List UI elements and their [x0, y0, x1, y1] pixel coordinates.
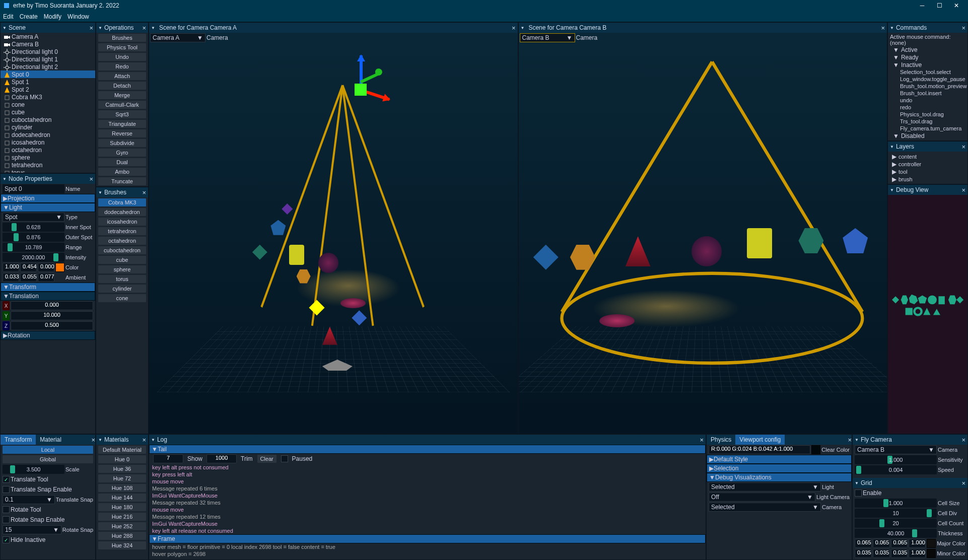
clear-color-field[interactable]: R:0.000 G:0.024 B:0.042 A:1.000	[709, 445, 810, 454]
op-button[interactable]: Ambo	[98, 167, 147, 176]
material-button[interactable]: Default Material	[98, 445, 147, 454]
op-button[interactable]: Catmull-Clark	[98, 100, 147, 109]
scene-item[interactable]: dodecahedron	[1, 131, 95, 138]
camera-b-dropdown[interactable]: Camera B▼	[520, 33, 575, 42]
material-button[interactable]: Hue 252	[98, 522, 147, 531]
scale-slider[interactable]: 3.500	[3, 465, 64, 474]
op-button[interactable]: Reverse	[98, 129, 147, 138]
color-r[interactable]: 1.000	[3, 263, 19, 272]
brush-button[interactable]: torus	[98, 274, 147, 284]
frame-section[interactable]: ▼Frame	[149, 534, 706, 543]
op-button[interactable]: Gyro	[98, 148, 147, 157]
translate-tool-check[interactable]	[3, 476, 10, 483]
scene-item[interactable]: Directional light 0	[1, 48, 95, 55]
cell-size-slider[interactable]: 1.000	[855, 499, 937, 508]
inner-spot-slider[interactable]: 0.628	[3, 223, 64, 232]
scene-item[interactable]: octahedron	[1, 146, 95, 154]
brush-button[interactable]: dodecahedron	[98, 207, 147, 217]
vis-dropdown[interactable]: Off▼	[709, 493, 815, 502]
ty-field[interactable]: 10.000	[11, 311, 93, 320]
tx-field[interactable]: 0.000	[11, 301, 93, 310]
op-button[interactable]: Undo	[98, 52, 147, 61]
close-icon[interactable]: ×	[961, 436, 965, 444]
rotation-section[interactable]: ▶Rotation	[1, 331, 95, 340]
tail-section[interactable]: ▼Tail	[149, 445, 706, 454]
hide-inactive-check[interactable]	[3, 536, 10, 543]
scene-item[interactable]: torus	[1, 169, 95, 173]
brush-button[interactable]: Cobra MK3	[98, 198, 147, 207]
range-slider[interactable]: 10.789	[3, 243, 64, 252]
grid-enable-check[interactable]	[855, 489, 862, 497]
viewport-a[interactable]: ▼Scene for Camera Camera A× Camera A▼ Ca…	[149, 22, 518, 434]
op-button[interactable]: Dual	[98, 158, 147, 167]
brush-button[interactable]: cone	[98, 294, 147, 303]
clear-button[interactable]: Clear	[257, 454, 277, 463]
log-count-field[interactable]: 1000	[206, 454, 237, 463]
op-button[interactable]: Attach	[98, 72, 147, 81]
rotate-snap-dropdown[interactable]: 15▼	[3, 525, 61, 534]
scene-item[interactable]: Directional light 2	[1, 63, 95, 71]
global-button[interactable]: Global	[2, 455, 94, 464]
material-button[interactable]: Hue 288	[98, 531, 147, 540]
ambient-r[interactable]: 0.033	[3, 273, 19, 282]
major-color-swatch[interactable]	[927, 539, 936, 548]
minimize-button[interactable]: ─	[914, 0, 931, 11]
viewport-b[interactable]: ▼Scene for Camera Camera B× Camera B▼ Ca…	[518, 22, 888, 434]
close-icon[interactable]: ×	[881, 24, 885, 32]
fly-camera-dropdown[interactable]: Camera B▼	[855, 445, 937, 454]
brush-button[interactable]: cuboctahedron	[98, 246, 147, 255]
op-button[interactable]: Brushes	[98, 33, 147, 42]
tab-transform[interactable]: Transform	[1, 435, 36, 445]
camera-a-dropdown[interactable]: Camera A▼	[150, 33, 205, 42]
op-button[interactable]: Redo	[98, 62, 147, 71]
light-section[interactable]: ▼Light	[1, 203, 95, 212]
op-button[interactable]: Detach	[98, 81, 147, 90]
brush-button[interactable]: cylinder	[98, 284, 147, 293]
close-icon[interactable]: ×	[700, 436, 704, 444]
material-button[interactable]: Hue 36	[98, 464, 147, 473]
scene-item[interactable]: tetrahedron	[1, 161, 95, 169]
tab-viewport-config[interactable]: Viewport config	[735, 435, 785, 445]
rotate-snap-enable-check[interactable]	[3, 516, 10, 523]
ambient-g[interactable]: 0.055	[20, 273, 37, 282]
color-g[interactable]: 0.454	[20, 263, 37, 272]
tab-physics[interactable]: Physics	[707, 435, 735, 445]
scene-item[interactable]: Directional light 1	[1, 55, 95, 63]
close-icon[interactable]: ×	[89, 175, 93, 183]
local-button[interactable]: Local	[2, 445, 94, 454]
menu-window[interactable]: Window	[67, 13, 89, 20]
clear-color-swatch[interactable]	[811, 445, 820, 454]
translate-snap-dropdown[interactable]: 0.1▼	[3, 495, 55, 504]
brush-button[interactable]: icosahedron	[98, 217, 147, 226]
op-button[interactable]: Physics Tool	[98, 43, 147, 52]
brush-button[interactable]: cube	[98, 255, 147, 264]
scene-item[interactable]: icosahedron	[1, 138, 95, 146]
close-icon[interactable]: ×	[961, 24, 965, 32]
layer-item[interactable]: ▶brush	[889, 175, 966, 183]
scene-item[interactable]: Camera A	[1, 33, 95, 40]
color-swatch[interactable]	[55, 263, 64, 272]
paused-check[interactable]	[281, 455, 288, 462]
scene-item[interactable]: Camera B	[1, 40, 95, 48]
brush-button[interactable]: sphere	[98, 265, 147, 274]
scene-item[interactable]: cube	[1, 108, 95, 116]
close-button[interactable]: ✕	[948, 0, 965, 11]
cell-div-slider[interactable]: 10	[855, 509, 937, 518]
menu-create[interactable]: Create	[20, 13, 38, 20]
brush-button[interactable]: octahedron	[98, 236, 147, 245]
scene-item[interactable]: cuboctahedron	[1, 116, 95, 123]
cell-count-slider[interactable]: 20	[855, 519, 937, 528]
outer-spot-slider[interactable]: 0.876	[3, 233, 64, 242]
layer-item[interactable]: ▶content	[889, 153, 966, 160]
intensity-slider[interactable]: 2000.000	[3, 253, 64, 262]
close-icon[interactable]: ×	[142, 189, 146, 196]
minor-color-swatch[interactable]	[927, 549, 936, 558]
scene-item[interactable]: Spot 2	[1, 86, 95, 93]
vis-dropdown[interactable]: Selected▼	[709, 482, 821, 492]
gizmo[interactable]	[340, 55, 381, 116]
op-button[interactable]: Subdivide	[98, 138, 147, 148]
close-icon[interactable]: ×	[91, 436, 95, 444]
rotate-tool-check[interactable]	[3, 506, 10, 513]
close-icon[interactable]: ×	[961, 143, 965, 151]
tail-n-field[interactable]: 7	[153, 454, 183, 463]
